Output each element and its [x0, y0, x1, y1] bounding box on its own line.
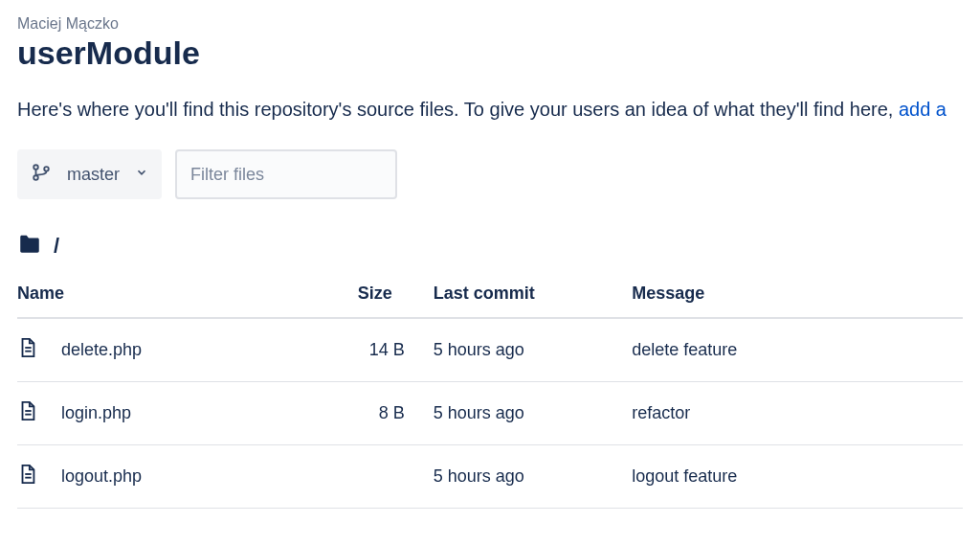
commit-message[interactable]: refactor [632, 382, 963, 445]
repo-description: Here's where you'll find this repository… [17, 99, 963, 121]
file-size: 8 B [358, 382, 434, 445]
last-commit: 5 hours ago [434, 382, 632, 445]
file-icon [17, 399, 38, 427]
breadcrumb: / [17, 232, 963, 261]
table-row: login.php 8 B5 hours agorefactor [17, 382, 963, 445]
branch-selector[interactable]: master [17, 149, 162, 199]
commit-message[interactable]: delete feature [632, 318, 963, 382]
file-name-link[interactable]: delete.php [61, 340, 142, 360]
description-text: Here's where you'll find this repository… [17, 99, 899, 120]
last-commit: 5 hours ago [434, 445, 632, 509]
svg-point-1 [33, 175, 38, 180]
chevron-down-icon [135, 166, 148, 183]
controls-bar: master [17, 149, 963, 199]
header-name: Name [17, 272, 358, 318]
table-row: logout.php 5 hours agologout feature [17, 445, 963, 509]
commit-message[interactable]: logout feature [632, 445, 963, 509]
file-table: Name Size Last commit Message delete.php… [17, 272, 963, 509]
breadcrumb-path: / [54, 234, 59, 259]
file-icon [17, 463, 38, 490]
file-size [358, 445, 434, 509]
header-message: Message [632, 272, 963, 318]
file-name-link[interactable]: login.php [61, 403, 131, 423]
last-commit: 5 hours ago [434, 318, 632, 382]
svg-point-0 [33, 165, 38, 170]
header-size: Size [358, 272, 434, 318]
repo-title: userModule [17, 34, 963, 72]
repo-owner[interactable]: Maciej Mączko [17, 15, 963, 33]
branch-icon [31, 162, 52, 187]
file-size: 14 B [358, 318, 434, 382]
folder-icon [17, 232, 42, 261]
filter-files-input[interactable] [175, 149, 397, 199]
file-icon [17, 336, 38, 364]
header-last-commit: Last commit [434, 272, 632, 318]
file-name-link[interactable]: logout.php [61, 466, 142, 487]
add-readme-link[interactable]: add a [899, 99, 947, 120]
svg-point-2 [44, 167, 49, 171]
table-row: delete.php 14 B5 hours agodelete feature [17, 318, 963, 382]
branch-name: master [67, 165, 120, 185]
